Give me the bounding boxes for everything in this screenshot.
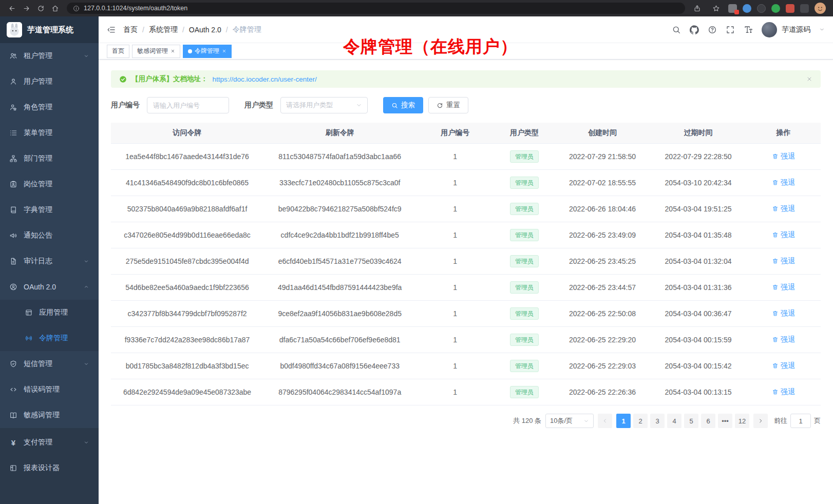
doc-link[interactable]: https://doc.iocoder.cn/user-center/: [213, 75, 317, 83]
extension-blue-icon[interactable]: [743, 4, 751, 13]
user-id-input[interactable]: [147, 97, 229, 113]
tab-0[interactable]: 首页: [107, 45, 129, 58]
app-logo-row[interactable]: 芋道管理系统: [0, 16, 99, 43]
breadcrumb-item-1[interactable]: 系统管理: [149, 25, 178, 34]
table-row: 1ea5e44f8bc1467aaede43144f31de76811c5304…: [111, 144, 821, 170]
force-logout-button[interactable]: 强退: [772, 204, 795, 214]
force-logout-button[interactable]: 强退: [772, 335, 795, 344]
token-table-body: 1ea5e44f8bc1467aaede43144f31de76811c5304…: [111, 144, 821, 405]
pager-page-5[interactable]: 5: [684, 414, 698, 428]
access-token-cell: b0d1785bc3a8482f812db4a3f3bd15ec: [111, 353, 263, 379]
tab-close-icon[interactable]: [222, 49, 226, 53]
browser-reload-icon[interactable]: [34, 2, 47, 15]
search-icon[interactable]: [672, 25, 681, 34]
tab-1[interactable]: 敏感词管理: [132, 45, 180, 58]
force-logout-button[interactable]: 强退: [772, 387, 795, 397]
goto-page-input[interactable]: [790, 414, 811, 428]
search-button[interactable]: 搜索: [383, 97, 423, 113]
pager-page-2[interactable]: 2: [633, 414, 648, 428]
page-size-select[interactable]: 10条/页: [545, 414, 594, 428]
force-logout-button[interactable]: 强退: [772, 283, 795, 292]
pager-page-12[interactable]: 12: [735, 414, 749, 428]
dept-icon: [9, 154, 17, 163]
font-size-icon[interactable]: [744, 25, 753, 34]
sidebar-item-oauth[interactable]: OAuth 2.0: [0, 274, 99, 300]
sidebar-item-sensitive[interactable]: 敏感词管理: [0, 402, 99, 428]
prev-page-button[interactable]: [598, 414, 612, 428]
post-icon: [9, 180, 17, 188]
role-icon: [9, 103, 17, 111]
created-time-cell: 2022-06-25 23:44:57: [555, 275, 651, 301]
user-menu-caret-icon[interactable]: [819, 27, 825, 32]
sidebar-item-tenant[interactable]: 租户管理: [0, 43, 99, 69]
table-row: c342377bf8b344799dcbf7bf095287f29ce8ef2a…: [111, 301, 821, 327]
force-logout-button[interactable]: 强退: [772, 361, 795, 371]
sidebar-subitem-token[interactable]: 令牌管理: [0, 325, 99, 351]
sms-icon: [9, 360, 17, 368]
column-header-0: 访问令牌: [111, 123, 263, 144]
sidebar-item-audit[interactable]: 审计日志: [0, 248, 99, 274]
sidebar-item-dict[interactable]: 字典管理: [0, 197, 99, 223]
browser-back-icon[interactable]: [5, 2, 18, 15]
user-name[interactable]: 芋道源码: [782, 25, 810, 34]
reset-button[interactable]: 重置: [428, 97, 468, 113]
sidebar-item-pay[interactable]: ¥支付管理: [0, 430, 99, 455]
sidebar-item-notice[interactable]: 通知公告: [0, 223, 99, 248]
site-info-icon[interactable]: [73, 5, 80, 12]
tab-2[interactable]: 令牌管理: [183, 45, 232, 58]
sidebar-item-errcode[interactable]: 错误码管理: [0, 377, 99, 402]
sidebar-item-sms[interactable]: 短信管理: [0, 351, 99, 377]
sidebar-item-menu-list[interactable]: 菜单管理: [0, 120, 99, 146]
tab-close-icon[interactable]: [171, 49, 175, 53]
share-icon[interactable]: [690, 2, 704, 15]
browser-home-icon[interactable]: [48, 2, 62, 15]
expire-time-cell: 2054-03-04 01:31:36: [650, 275, 746, 301]
force-logout-button[interactable]: 强退: [772, 152, 795, 161]
force-logout-button[interactable]: 强退: [772, 178, 795, 187]
sidebar-item-user[interactable]: 用户管理: [0, 69, 99, 94]
user-type-select[interactable]: 请选择用户类型: [280, 97, 368, 113]
browser-profile-avatar[interactable]: [815, 3, 826, 14]
force-logout-button[interactable]: 强退: [772, 309, 795, 318]
force-logout-button[interactable]: 强退: [772, 230, 795, 240]
user-avatar[interactable]: [762, 22, 777, 37]
next-page-button[interactable]: [753, 414, 768, 428]
table-row: 41c41346a548490f9dc8b01c6bfe0865333ecfc7…: [111, 170, 821, 196]
sidebar-item-post[interactable]: 岗位管理: [0, 171, 99, 197]
column-header-5: 过期时间: [650, 123, 746, 144]
pager-more-button[interactable]: •••: [718, 414, 732, 428]
user-id-cell: 1: [416, 327, 494, 353]
trash-icon: [772, 205, 779, 212]
pager-page-6[interactable]: 6: [701, 414, 715, 428]
force-logout-button[interactable]: 强退: [772, 257, 795, 266]
pager-page-4[interactable]: 4: [667, 414, 681, 428]
access-token-cell: 1ea5e44f8bc1467aaede43144f31de76: [111, 144, 263, 170]
alert-close-icon[interactable]: [806, 76, 812, 82]
breadcrumb-separator: /: [226, 26, 228, 34]
github-icon[interactable]: [690, 25, 699, 34]
bookmark-star-icon[interactable]: [709, 2, 723, 15]
breadcrumb-item-2[interactable]: OAuth 2.0: [189, 26, 221, 34]
extension-green-icon[interactable]: [771, 4, 780, 13]
refresh-token-cell: b0df4980ffd34c67a08f9156e4eee733: [263, 353, 416, 379]
extension-badge: [734, 10, 739, 14]
extension-gray-icon[interactable]: [800, 4, 809, 13]
pager-page-3[interactable]: 3: [650, 414, 665, 428]
sidebar-subitem-app[interactable]: 应用管理: [0, 300, 99, 325]
sidebar-submenu-oauth: 应用管理令牌管理: [0, 300, 99, 351]
browser-forward-icon[interactable]: [20, 2, 33, 15]
sidebar-fold-icon[interactable]: [107, 25, 116, 34]
extension-badged-icon[interactable]: [728, 4, 737, 13]
sidebar-item-role[interactable]: 角色管理: [0, 94, 99, 120]
sidebar-item-dept[interactable]: 部门管理: [0, 146, 99, 171]
browser-address-bar[interactable]: 127.0.0.1:1024/system/oauth2/token: [67, 3, 685, 14]
breadcrumb-item-0[interactable]: 首页: [123, 25, 138, 34]
pager-page-1[interactable]: 1: [616, 414, 631, 428]
user-id-label: 用户编号: [111, 101, 140, 110]
sidebar-item-report[interactable]: 报表设计器: [0, 455, 99, 481]
fullscreen-icon[interactable]: [726, 25, 735, 34]
extension-dark-icon[interactable]: [757, 4, 766, 13]
extension-puzzle-icon[interactable]: [786, 4, 794, 13]
help-icon[interactable]: [708, 25, 717, 34]
filter-bar: 用户编号 用户类型 请选择用户类型 搜索 重置: [111, 97, 821, 113]
